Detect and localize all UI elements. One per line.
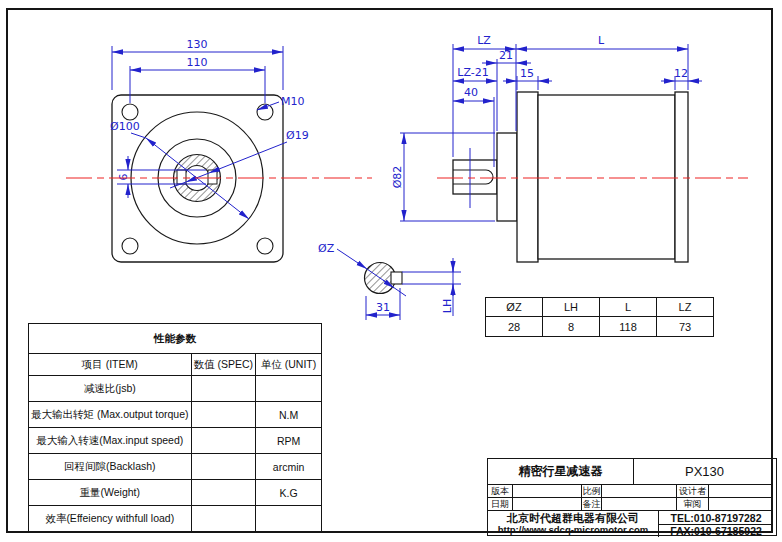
dim-d82-label: Ø82 bbox=[391, 166, 404, 189]
table-row: 最大输入转速(Max.input speed) RPM bbox=[29, 428, 322, 454]
company-website: http://www.sdcq-micromotor.com bbox=[498, 524, 649, 536]
unit-cell: K.G bbox=[256, 480, 322, 506]
performance-table-title: 性能参数 bbox=[29, 324, 322, 354]
item-cell: 效率(Effeiency withfull load) bbox=[29, 506, 192, 532]
dims-header-lz: LZ bbox=[657, 298, 714, 317]
model-number: PX130 bbox=[633, 459, 775, 484]
version-label: 版本 bbox=[488, 484, 512, 497]
dim-l-label: L bbox=[598, 34, 605, 47]
table-row: 重量(Weight) K.G bbox=[29, 480, 322, 506]
dims-value-lz: 73 bbox=[657, 317, 714, 337]
col-header-item: 项目 (ITEM) bbox=[29, 354, 192, 376]
table-row: 效率(Effeiency withfull load) bbox=[29, 506, 322, 532]
designer-label: 设计者 bbox=[676, 484, 708, 497]
unit-cell: N.M bbox=[256, 402, 322, 428]
dim-110-label: 110 bbox=[187, 56, 208, 69]
review-label: 审阅 bbox=[676, 497, 708, 510]
dim-lz21-label: LZ-21 bbox=[457, 66, 488, 79]
dim-21-label: 21 bbox=[499, 49, 513, 62]
telephone: TEL:010-87197282 bbox=[659, 511, 773, 524]
spec-cell bbox=[191, 480, 256, 506]
spec-cell bbox=[191, 428, 256, 454]
dimension-values-table: ØZ LH L LZ 28 8 118 73 bbox=[485, 297, 714, 337]
company-name: 北京时代超群电器有限公司 bbox=[507, 512, 639, 524]
section-view: ØZ 31 LH bbox=[318, 242, 461, 320]
fax: FAX:010-67185922 bbox=[659, 524, 773, 537]
item-cell: 最大输出转矩 (Max.output torque) bbox=[29, 402, 192, 428]
version-value bbox=[512, 484, 581, 497]
drawing-sheet: 130 110 M10 Ø100 Ø19 6 bbox=[0, 0, 782, 542]
unit-cell: RPM bbox=[256, 428, 322, 454]
unit-cell bbox=[256, 506, 322, 532]
item-cell: 回程间隙(Backlash) bbox=[29, 454, 192, 480]
table-row: 减速比(jsb) bbox=[29, 376, 322, 402]
date-value bbox=[512, 497, 581, 510]
spec-cell bbox=[191, 402, 256, 428]
date-label: 日期 bbox=[488, 497, 512, 510]
item-cell: 最大输入转速(Max.input speed) bbox=[29, 428, 192, 454]
table-row: 最大输出转矩 (Max.output torque) N.M bbox=[29, 402, 322, 428]
dim-12-label: 12 bbox=[674, 67, 688, 80]
dims-header-dz: ØZ bbox=[486, 298, 543, 317]
pilot-dia-label: Ø100 bbox=[110, 120, 140, 133]
thread-m10-label: M10 bbox=[281, 95, 305, 108]
col-header-spec: 数值 (SPEC) bbox=[191, 354, 256, 376]
bore-dia-label: Ø19 bbox=[286, 129, 309, 142]
company-info: 北京时代超群电器有限公司 http://www.sdcq-micromotor.… bbox=[488, 510, 658, 537]
scale-value bbox=[601, 484, 676, 497]
col-header-unit: 单位 (UNIT) bbox=[256, 354, 322, 376]
dim-lh-label: LH bbox=[441, 299, 454, 313]
remark-value bbox=[601, 497, 676, 510]
dims-header-l: L bbox=[600, 298, 657, 317]
dims-value-l: 118 bbox=[600, 317, 657, 337]
unit-cell bbox=[256, 376, 322, 402]
dims-value-lh: 8 bbox=[543, 317, 600, 337]
side-view bbox=[453, 92, 688, 262]
item-cell: 减速比(jsb) bbox=[29, 376, 192, 402]
designer-value bbox=[708, 484, 773, 497]
dim-40-label: 40 bbox=[464, 86, 478, 99]
unit-cell: arcmin bbox=[256, 454, 322, 480]
product-name: 精密行星减速器 bbox=[488, 459, 633, 484]
dim-130-label: 130 bbox=[187, 38, 208, 51]
section-dia-label: ØZ bbox=[318, 242, 335, 255]
spec-cell bbox=[191, 376, 256, 402]
dim-lz-label: LZ bbox=[477, 34, 491, 47]
scale-label: 比例 bbox=[581, 484, 601, 497]
dim-31-label: 31 bbox=[376, 301, 390, 314]
spec-cell bbox=[191, 506, 256, 532]
dims-value-dz: 28 bbox=[486, 317, 543, 337]
performance-table: 性能参数 项目 (ITEM) 数值 (SPEC) 单位 (UNIT) 减速比(j… bbox=[28, 323, 322, 532]
contact-info: TEL:010-87197282 FAX:010-67185922 bbox=[658, 510, 773, 537]
dim-15-label: 15 bbox=[520, 67, 534, 80]
title-block: 精密行星减速器 PX130 版本 比例 设计者 日期 备注 审阅 北京时代超群电… bbox=[487, 458, 777, 536]
spec-cell bbox=[191, 454, 256, 480]
table-row: 回程间隙(Backlash) arcmin bbox=[29, 454, 322, 480]
key-width-label: 6 bbox=[117, 174, 130, 181]
item-cell: 重量(Weight) bbox=[29, 480, 192, 506]
dims-header-lh: LH bbox=[543, 298, 600, 317]
remark-label: 备注 bbox=[581, 497, 601, 510]
review-value bbox=[708, 497, 773, 510]
